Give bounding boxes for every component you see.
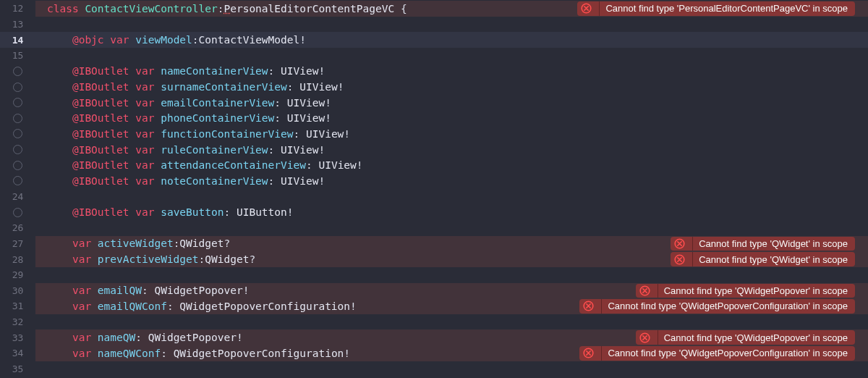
code-line[interactable]: @IBOutlet var phoneContainerView: UIView… [35, 110, 868, 126]
breakpoint-gutter[interactable] [0, 126, 35, 142]
property-name: activeWidget [98, 238, 174, 249]
type: ContactViewModel [199, 34, 300, 46]
property-name: emailQW [98, 285, 142, 296]
attribute: @IBOutlet [72, 112, 129, 124]
base-class: ersonalEditorContentPageVC [230, 3, 394, 14]
code-line[interactable]: @IBOutlet var emailContainerView: UIView… [35, 95, 868, 111]
code-line[interactable]: @IBOutlet var noteContainerView: UIView! [35, 173, 868, 189]
line-number[interactable]: 27 [0, 236, 35, 252]
code-line[interactable]: var emailQW: QWidgetPopover! Cannot find… [35, 283, 868, 299]
error-circle-x-icon [581, 3, 592, 14]
line-number[interactable]: 34 [0, 345, 35, 361]
type: UIView [281, 144, 318, 156]
gutter[interactable]: 12 13 14 15 24 26 27 28 29 30 31 32 33 3… [0, 0, 35, 378]
code-editor[interactable]: 12 13 14 15 24 26 27 28 29 30 31 32 33 3… [0, 0, 868, 378]
property-name: nameQW [98, 332, 135, 343]
line-number[interactable]: 28 [0, 251, 35, 267]
line-number[interactable]: 26 [0, 220, 35, 236]
breakpoint-empty-icon [13, 98, 22, 107]
separator [658, 330, 658, 345]
keyword: var [72, 301, 91, 312]
keyword: class [47, 3, 79, 14]
breakpoint-empty-icon [13, 161, 22, 170]
type: UIView [281, 175, 318, 187]
code-line[interactable]: @IBOutlet var nameContainerView: UIView! [35, 64, 868, 80]
keyword: var [110, 34, 129, 46]
code-line[interactable]: class ContactViewController:PersonalEdit… [35, 1, 868, 17]
breakpoint-gutter[interactable] [0, 79, 35, 95]
code-area[interactable]: class ContactViewController:PersonalEdit… [35, 0, 868, 378]
code-line[interactable]: var prevActiveWidget:QWidget? Cannot fin… [35, 251, 868, 267]
error-text: Cannot find type 'QWidgetPopover' in sco… [664, 285, 848, 296]
keyword: var [72, 348, 91, 359]
line-number[interactable]: 33 [0, 329, 35, 345]
error-circle-x-icon [674, 254, 685, 265]
attribute: @IBOutlet [72, 97, 129, 109]
line-number[interactable]: 35 [0, 361, 35, 377]
type: QWidgetPopoverConfiguration [179, 301, 350, 312]
code-line[interactable] [35, 361, 868, 377]
type: UIButton [237, 206, 287, 218]
error-text: Cannot find type 'QWidget' in scope [699, 254, 848, 265]
code-line[interactable] [35, 314, 868, 330]
breakpoint-gutter[interactable] [0, 95, 35, 111]
breakpoint-gutter[interactable] [0, 64, 35, 80]
breakpoint-gutter[interactable] [0, 173, 35, 189]
code-line[interactable]: @IBOutlet var ruleContainerView: UIView! [35, 142, 868, 158]
breakpoint-gutter[interactable] [0, 142, 35, 158]
separator [692, 237, 693, 251]
code-line[interactable] [35, 267, 868, 283]
code-line[interactable]: @IBOutlet var functionContainerView: UIV… [35, 126, 868, 142]
attribute: @IBOutlet [72, 128, 129, 140]
code-line[interactable] [35, 17, 868, 33]
type: QWidgetPopover [154, 285, 242, 296]
code-line[interactable]: @IBOutlet var surnameContainerView: UIVi… [35, 79, 868, 95]
line-number[interactable]: 30 [0, 283, 35, 299]
line-number[interactable]: 15 [0, 48, 35, 64]
error-annotation[interactable]: Cannot find type 'QWidget' in scope [671, 237, 855, 251]
line-number[interactable]: 31 [0, 298, 35, 314]
keyword: var [72, 238, 91, 249]
code-line[interactable]: var nameQW: QWidgetPopover! Cannot find … [35, 329, 868, 345]
separator [601, 346, 602, 361]
keyword: var [135, 159, 154, 171]
code-line[interactable] [35, 189, 868, 205]
line-number[interactable]: 29 [0, 267, 35, 283]
keyword: var [135, 97, 154, 109]
code-line[interactable]: var nameQWConf: QWidgetPopoverConfigurat… [35, 345, 868, 361]
breakpoint-empty-icon [13, 208, 22, 217]
line-number-current[interactable]: 14 [0, 32, 35, 48]
error-annotation[interactable]: Cannot find type 'QWidgetPopoverConfigur… [579, 299, 855, 314]
error-annotation[interactable]: Cannot find type 'PersonalEditorContentP… [577, 1, 855, 16]
code-line-current[interactable]: @objc var viewModel:ContactViewModel! [35, 32, 868, 48]
keyword: var [72, 332, 91, 343]
line-number[interactable]: 32 [0, 314, 35, 330]
type: UIView [287, 112, 325, 124]
type: QWidget [179, 238, 224, 249]
type: QWidgetPopover [148, 332, 237, 343]
error-annotation[interactable]: Cannot find type 'QWidget' in scope [671, 252, 855, 266]
type: UIView [306, 128, 344, 140]
line-number[interactable]: 12 [0, 1, 35, 17]
line-number[interactable]: 13 [0, 17, 35, 33]
code-line[interactable]: var emailQWConf: QWidgetPopoverConfigura… [35, 298, 868, 314]
error-annotation[interactable]: Cannot find type 'QWidgetPopover' in sco… [636, 284, 855, 298]
breakpoint-gutter[interactable] [0, 110, 35, 126]
property-name: noteContainerView [161, 175, 268, 187]
code-line[interactable]: @IBOutlet var attendanceContainerView: U… [35, 157, 868, 173]
property-name: emailQWConf [98, 301, 167, 312]
error-circle-x-icon [639, 285, 650, 296]
error-annotation[interactable]: Cannot find type 'QWidgetPopover' in sco… [636, 330, 855, 345]
breakpoint-gutter[interactable] [0, 204, 35, 220]
keyword: var [72, 253, 91, 265]
code-line[interactable] [35, 48, 868, 64]
property-name: attendanceContainerView [161, 159, 306, 171]
line-number[interactable]: 24 [0, 189, 35, 205]
breakpoint-gutter[interactable] [0, 157, 35, 173]
error-circle-x-icon [583, 301, 594, 311]
code-line[interactable]: var activeWidget:QWidget? Cannot find ty… [35, 236, 868, 252]
error-annotation[interactable]: Cannot find type 'QWidgetPopoverConfigur… [579, 346, 855, 361]
breakpoint-empty-icon [13, 129, 22, 138]
code-line[interactable]: @IBOutlet var saveButton: UIButton! [35, 204, 868, 220]
code-line[interactable] [35, 220, 868, 236]
